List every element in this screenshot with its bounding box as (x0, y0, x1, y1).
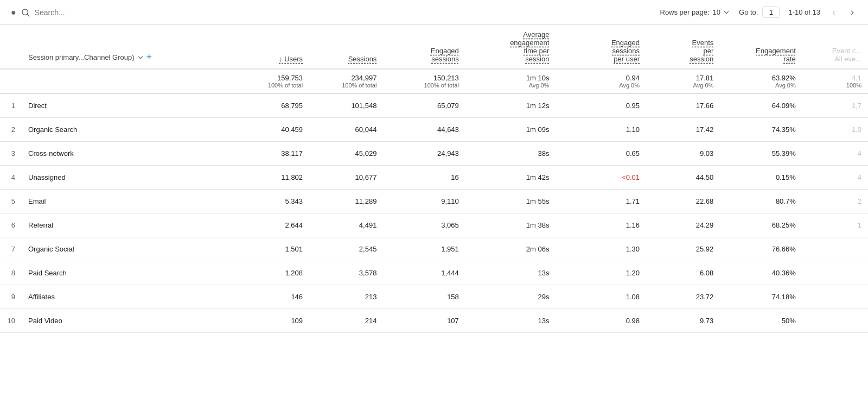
engagement-rate-cell: 74.35% (720, 118, 802, 142)
engaged-per-user-cell: <0.01 (556, 166, 646, 190)
totals-label (22, 69, 235, 93)
search-icon: ● (11, 8, 16, 17)
users-cell: 146 (235, 285, 309, 309)
col-engaged-per-user-label: Engagedsessionsper user (611, 39, 640, 63)
engagement-rate-cell: 74.18% (720, 285, 802, 309)
engaged-sessions-cell: 44,643 (383, 118, 465, 142)
engaged-sessions-cell: 1,951 (383, 237, 465, 261)
dropdown-arrow-icon[interactable] (137, 54, 144, 61)
col-engagement-rate-label: Engagementrate (756, 47, 796, 63)
avg-engagement-cell: 1m 42s (465, 166, 556, 190)
event-count-cell: 4 (802, 166, 868, 190)
rows-per-page-label: Rows per page: (660, 8, 710, 16)
events-per-session-cell: 6.08 (646, 261, 720, 285)
totals-events-per-session: 17.81 Avg 0% (646, 69, 720, 93)
rows-per-page: Rows per page: 10 (660, 8, 731, 16)
col-event-count-header: Event c...All eve... (802, 25, 868, 69)
table-body: 1 Direct 68,795 101,548 65,079 1m 12s 0.… (0, 93, 868, 333)
row-num-cell: 5 (0, 190, 22, 213)
totals-engagement-rate: 63.92% Avg 0% (720, 69, 802, 93)
col-engagement-rate-header[interactable]: Engagementrate (720, 25, 802, 69)
avg-engagement-cell: 38s (465, 142, 556, 166)
event-count-cell (802, 309, 868, 333)
avg-engagement-cell: 1m 38s (465, 213, 556, 237)
rows-per-page-select[interactable]: 10 (713, 8, 730, 16)
dimension-header-cell: Session primary...Channel Group) + (22, 25, 235, 69)
event-count-cell: 4 (802, 142, 868, 166)
table-row: 6 Referral 2,644 4,491 3,065 1m 38s 1.16… (0, 213, 868, 237)
engagement-rate-cell: 0.15% (720, 166, 802, 190)
col-events-per-session-label: Eventspersession (690, 39, 713, 63)
table-row: 7 Organic Social 1,501 2,545 1,951 2m 06… (0, 237, 868, 261)
users-cell: 5,343 (235, 190, 309, 213)
engaged-per-user-cell: 1.10 (556, 118, 646, 142)
events-per-session-cell: 22.68 (646, 190, 720, 213)
search-container: ● (11, 8, 143, 17)
sessions-cell: 10,677 (309, 166, 383, 190)
page-info: 1-10 of 13 (788, 8, 820, 16)
users-cell: 1,208 (235, 261, 309, 285)
col-sessions-header[interactable]: Sessions (309, 25, 383, 69)
sessions-cell: 60,044 (309, 118, 383, 142)
col-users-header[interactable]: ↓ Users (235, 25, 309, 69)
col-event-count-label: Event c...All eve... (832, 47, 861, 63)
row-num-cell: 4 (0, 166, 22, 190)
event-count-cell (802, 237, 868, 261)
col-events-per-session-header[interactable]: Eventspersession (646, 25, 720, 69)
totals-sessions: 234,997 100% of total (309, 69, 383, 93)
table-row: 1 Direct 68,795 101,548 65,079 1m 12s 0.… (0, 93, 868, 118)
col-avg-engagement-header[interactable]: Averageengagementtime persession (465, 25, 556, 69)
pagination-controls: Rows per page: 10 Go to: 1-10 of 13 ‹ › (660, 5, 858, 19)
event-count-cell: 1,7 (802, 93, 868, 118)
avg-engagement-cell: 2m 06s (465, 237, 556, 261)
events-per-session-cell: 17.66 (646, 93, 720, 118)
prev-page-button[interactable]: ‹ (829, 5, 839, 19)
col-engaged-sessions-header[interactable]: Engagedsessions (383, 25, 465, 69)
engaged-per-user-cell: 1.71 (556, 190, 646, 213)
goto-input[interactable] (762, 7, 780, 18)
totals-avg-engagement: 1m 10s Avg 0% (465, 69, 556, 93)
events-per-session-cell: 9.03 (646, 142, 720, 166)
users-cell: 2,644 (235, 213, 309, 237)
event-count-cell (802, 285, 868, 309)
channel-name-cell: Referral (22, 213, 235, 237)
engaged-sessions-cell: 65,079 (383, 93, 465, 118)
engaged-per-user-cell: 1.08 (556, 285, 646, 309)
sessions-cell: 4,491 (309, 213, 383, 237)
row-num-cell: 2 (0, 118, 22, 142)
next-page-button[interactable]: › (847, 5, 857, 19)
col-engaged-sessions-label: Engagedsessions (431, 47, 459, 63)
totals-event-count: 4,1 100% (802, 69, 868, 93)
sessions-cell: 214 (309, 309, 383, 333)
add-column-icon[interactable]: + (146, 52, 152, 63)
totals-row: 159,753 100% of total 234,997 100% of to… (0, 69, 868, 93)
channel-name-cell: Organic Social (22, 237, 235, 261)
table-row: 10 Paid Video 109 214 107 13s 0.98 9.73 … (0, 309, 868, 333)
users-cell: 109 (235, 309, 309, 333)
search-icon-svg (21, 8, 30, 17)
avg-engagement-cell: 13s (465, 309, 556, 333)
table-row: 8 Paid Search 1,208 3,578 1,444 13s 1.20… (0, 261, 868, 285)
totals-engaged-sessions: 150,213 100% of total (383, 69, 465, 93)
col-engaged-per-user-header[interactable]: Engagedsessionsper user (556, 25, 646, 69)
col-sessions-label: Sessions (348, 55, 377, 63)
engaged-sessions-cell: 3,065 (383, 213, 465, 237)
totals-engaged-per-user: 0.94 Avg 0% (556, 69, 646, 93)
table-row: 5 Email 5,343 11,289 9,110 1m 55s 1.71 2… (0, 190, 868, 213)
sessions-cell: 101,548 (309, 93, 383, 118)
search-input[interactable] (35, 8, 143, 17)
table-header-row: Session primary...Channel Group) + ↓ Use… (0, 25, 868, 69)
totals-users: 159,753 100% of total (235, 69, 309, 93)
goto-section: Go to: (739, 7, 780, 18)
events-per-session-cell: 17.42 (646, 118, 720, 142)
row-num-cell: 6 (0, 213, 22, 237)
channel-name-cell: Unassigned (22, 166, 235, 190)
engaged-sessions-cell: 107 (383, 309, 465, 333)
engagement-rate-cell: 68.25% (720, 213, 802, 237)
rows-per-page-value: 10 (713, 8, 720, 16)
sessions-cell: 45,029 (309, 142, 383, 166)
events-per-session-cell: 25.92 (646, 237, 720, 261)
engaged-sessions-cell: 1,444 (383, 261, 465, 285)
engaged-sessions-cell: 9,110 (383, 190, 465, 213)
engaged-sessions-cell: 158 (383, 285, 465, 309)
